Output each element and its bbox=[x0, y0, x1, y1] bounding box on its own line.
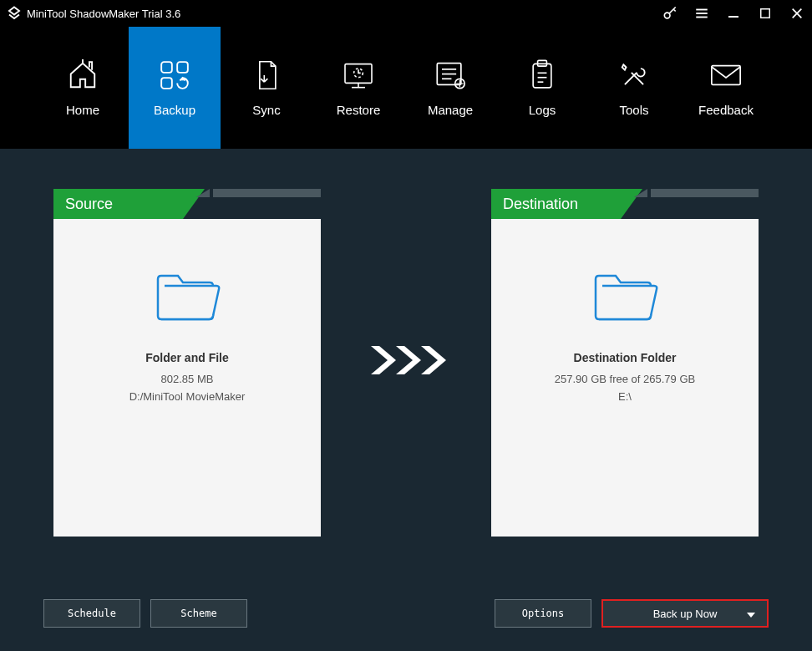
destination-size: 257.90 GB free of 265.79 GB bbox=[555, 373, 695, 385]
svg-rect-8 bbox=[161, 62, 172, 73]
nav-home[interactable]: Home bbox=[37, 27, 129, 149]
app-logo-icon bbox=[7, 6, 22, 21]
source-header: Source bbox=[53, 189, 321, 219]
source-size: 802.85 MB bbox=[161, 373, 214, 385]
key-icon[interactable] bbox=[662, 5, 678, 22]
svg-rect-20 bbox=[533, 64, 551, 88]
feedback-icon bbox=[709, 59, 743, 91]
destination-heading: Destination Folder bbox=[574, 351, 677, 364]
nav-manage[interactable]: Manage bbox=[404, 27, 496, 149]
maximize-icon[interactable] bbox=[757, 5, 774, 22]
nav-sync[interactable]: Sync bbox=[221, 27, 312, 149]
folder-icon bbox=[591, 267, 659, 326]
nav-label: Home bbox=[66, 103, 99, 117]
nav-label: Logs bbox=[529, 103, 556, 117]
restore-icon bbox=[342, 59, 375, 91]
nav-label: Tools bbox=[619, 103, 648, 117]
svg-rect-9 bbox=[177, 62, 188, 73]
caret-down-icon bbox=[747, 608, 755, 620]
nav-tools[interactable]: Tools bbox=[588, 27, 680, 149]
sync-icon bbox=[252, 59, 281, 91]
main-nav: Home Backup Sync Restore Manage Logs T bbox=[0, 27, 812, 149]
svg-rect-25 bbox=[712, 65, 740, 84]
scheme-button[interactable]: Scheme bbox=[150, 599, 247, 628]
nav-backup[interactable]: Backup bbox=[129, 27, 221, 149]
source-header-label: Source bbox=[53, 189, 183, 219]
nav-label: Manage bbox=[428, 103, 473, 117]
source-heading: Folder and File bbox=[145, 351, 229, 364]
titlebar: MiniTool ShadowMaker Trial 3.6 bbox=[0, 0, 812, 27]
nav-label: Sync bbox=[252, 103, 280, 117]
svg-rect-10 bbox=[161, 78, 172, 89]
minimize-icon[interactable] bbox=[725, 5, 742, 22]
folder-icon bbox=[153, 267, 221, 326]
home-icon bbox=[67, 59, 99, 91]
backup-icon bbox=[159, 59, 190, 91]
destination-path: E:\ bbox=[618, 390, 632, 403]
destination-panel[interactable]: Destination Folder 257.90 GB free of 265… bbox=[491, 219, 759, 537]
destination-panel-wrap: Destination Destination Folder 257.90 GB… bbox=[491, 189, 759, 537]
options-button[interactable]: Options bbox=[495, 599, 591, 628]
footer: Schedule Scheme Options Back up Now bbox=[43, 599, 769, 628]
svg-point-0 bbox=[664, 13, 670, 18]
nav-restore[interactable]: Restore bbox=[312, 27, 404, 149]
window-controls bbox=[662, 5, 805, 22]
nav-label: Feedback bbox=[698, 103, 754, 117]
destination-header: Destination bbox=[491, 189, 759, 219]
schedule-button[interactable]: Schedule bbox=[43, 599, 140, 628]
app-title: MiniTool ShadowMaker Trial 3.6 bbox=[27, 8, 662, 20]
nav-logs[interactable]: Logs bbox=[496, 27, 588, 149]
svg-rect-5 bbox=[761, 9, 770, 18]
tools-icon bbox=[618, 59, 650, 91]
manage-icon bbox=[434, 59, 467, 91]
destination-header-label: Destination bbox=[491, 189, 621, 219]
footer-right: Options Back up Now bbox=[495, 599, 769, 628]
footer-left: Schedule Scheme bbox=[43, 599, 247, 628]
source-path: D:/MiniTool MovieMaker bbox=[129, 390, 246, 403]
menu-icon[interactable] bbox=[693, 5, 710, 22]
backup-now-button[interactable]: Back up Now bbox=[601, 599, 769, 628]
source-panel-wrap: Source Folder and File 802.85 MB D:/Mini… bbox=[53, 189, 321, 537]
nav-feedback[interactable]: Feedback bbox=[680, 27, 772, 149]
content-area: Source Folder and File 802.85 MB D:/Mini… bbox=[0, 149, 812, 537]
nav-label: Backup bbox=[154, 103, 195, 117]
nav-label: Restore bbox=[337, 103, 381, 117]
backup-now-label: Back up Now bbox=[653, 608, 718, 620]
close-icon[interactable] bbox=[789, 5, 805, 22]
logs-icon bbox=[528, 59, 556, 91]
source-panel[interactable]: Folder and File 802.85 MB D:/MiniTool Mo… bbox=[53, 219, 321, 537]
arrows-icon bbox=[321, 339, 491, 381]
